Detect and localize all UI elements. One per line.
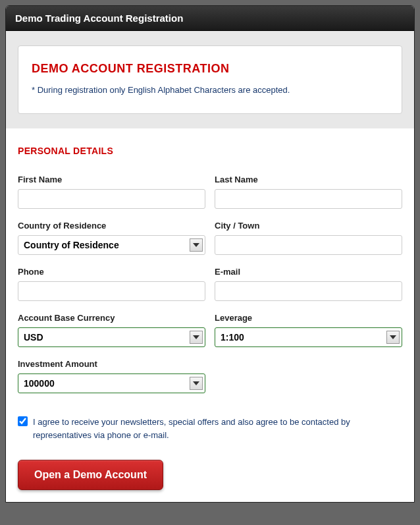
first-name-input[interactable] bbox=[18, 189, 205, 209]
city-input[interactable] bbox=[215, 235, 402, 255]
city-label: City / Town bbox=[215, 221, 402, 231]
investment-label: Investment Amount bbox=[18, 359, 205, 369]
personal-details-heading: PERSONAL DETAILS bbox=[18, 146, 402, 156]
registration-window: Demo Trading Account Registration DEMO A… bbox=[5, 5, 415, 503]
phone-input[interactable] bbox=[18, 281, 205, 301]
country-label: Country of Residence bbox=[18, 221, 205, 231]
consent-checkbox[interactable] bbox=[18, 416, 28, 426]
consent-row: I agree to receive your newsletters, spe… bbox=[18, 416, 402, 441]
currency-label: Account Base Currency bbox=[18, 313, 205, 323]
form-section: PERSONAL DETAILS First Name Last Name Co… bbox=[6, 128, 414, 502]
phone-label: Phone bbox=[18, 267, 205, 277]
info-note: * During registration only English Alpha… bbox=[32, 85, 388, 95]
country-field: Country of Residence Country of Residenc… bbox=[18, 221, 205, 255]
email-input[interactable] bbox=[215, 281, 402, 301]
first-name-label: First Name bbox=[18, 175, 205, 184]
city-field: City / Town bbox=[215, 221, 402, 255]
phone-field: Phone bbox=[18, 267, 205, 301]
email-field: E-mail bbox=[215, 267, 402, 301]
country-select[interactable]: Country of Residence bbox=[18, 235, 205, 255]
country-select-wrap: Country of Residence bbox=[18, 235, 205, 255]
info-box: DEMO ACCOUNT REGISTRATION * During regis… bbox=[18, 45, 402, 114]
last-name-label: Last Name bbox=[215, 175, 402, 184]
email-label: E-mail bbox=[215, 267, 402, 277]
submit-label: Open a Demo Account bbox=[34, 469, 147, 480]
leverage-label: Leverage bbox=[215, 313, 402, 323]
info-title: DEMO ACCOUNT REGISTRATION bbox=[32, 62, 388, 76]
window-title: Demo Trading Account Registration bbox=[15, 13, 183, 24]
investment-field: Investment Amount 100000 bbox=[18, 359, 205, 393]
first-name-field: First Name bbox=[18, 175, 205, 209]
leverage-field: Leverage 1:100 bbox=[215, 313, 402, 347]
leverage-select[interactable]: 1:100 bbox=[215, 327, 402, 347]
form-grid: First Name Last Name Country of Residenc… bbox=[18, 175, 402, 405]
currency-select-wrap: USD bbox=[18, 327, 205, 347]
last-name-input[interactable] bbox=[215, 189, 402, 209]
currency-select[interactable]: USD bbox=[18, 327, 205, 347]
currency-field: Account Base Currency USD bbox=[18, 313, 205, 347]
consent-text: I agree to receive your newsletters, spe… bbox=[33, 416, 402, 441]
last-name-field: Last Name bbox=[215, 175, 402, 209]
investment-select[interactable]: 100000 bbox=[18, 373, 205, 393]
open-demo-account-button[interactable]: Open a Demo Account bbox=[18, 460, 163, 490]
leverage-select-wrap: 1:100 bbox=[215, 327, 402, 347]
info-section: DEMO ACCOUNT REGISTRATION * During regis… bbox=[6, 31, 414, 128]
investment-select-wrap: 100000 bbox=[18, 373, 205, 393]
window-title-bar: Demo Trading Account Registration bbox=[6, 6, 414, 31]
